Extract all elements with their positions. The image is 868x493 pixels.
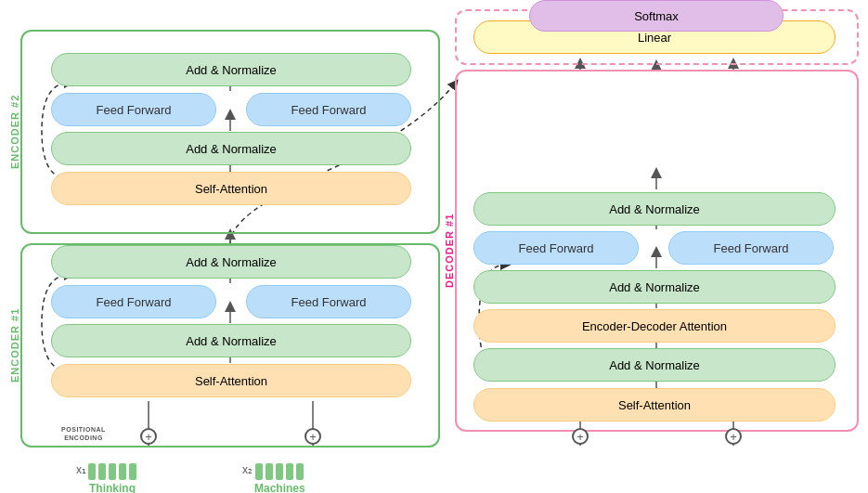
decoder1-label: DECODER #1 [440,70,459,432]
transformer-diagram: ENCODER #1 Self-Attention Add & Normaliz… [0,0,868,493]
enc2-add-norm-1: Add & Normalize [51,132,411,165]
enc1-add-norm-2: Add & Normalize [51,245,411,279]
enc2-add-norm-2: Add & Normalize [51,53,411,86]
enc1-self-attention: Self-Attention [51,364,411,397]
dec1-add-norm-3: Add & Normalize [473,192,836,226]
positional-encoding-label: POSITIONALENCODING [28,425,139,442]
x2-label: x₂ [242,463,253,476]
softmax-block: Softmax [529,0,784,32]
enc2-self-attention: Self-Attention [51,172,411,205]
enc1-plus-2: + [304,428,321,445]
input-x2: Machines [254,463,305,493]
encoder2-label: ENCODER #2 [6,30,24,234]
enc1-feed-forward-2: Feed Forward [246,285,411,318]
dec1-feed-forward-2: Feed Forward [668,231,834,265]
enc1-feed-forward-1: Feed Forward [51,285,216,318]
enc2-feed-forward-2: Feed Forward [246,93,411,126]
dec1-add-norm-2: Add & Normalize [473,270,836,304]
dec1-self-attention: Self-Attention [473,388,836,422]
x1-label: x₁ [76,463,86,476]
dec1-add-norm-1: Add & Normalize [473,348,836,382]
enc1-plus-1: + [140,428,157,445]
dec1-enc-dec-attention: Encoder-Decoder Attention [473,309,836,343]
dec1-feed-forward-1: Feed Forward [473,231,639,265]
enc2-feed-forward-1: Feed Forward [51,93,216,126]
input-x1: Thinking [88,463,136,493]
encoder1-label: ENCODER #1 [6,243,24,448]
dec1-plus-1: + [572,428,589,445]
dec1-plus-2: + [725,428,742,445]
enc1-add-norm-1: Add & Normalize [51,324,411,357]
